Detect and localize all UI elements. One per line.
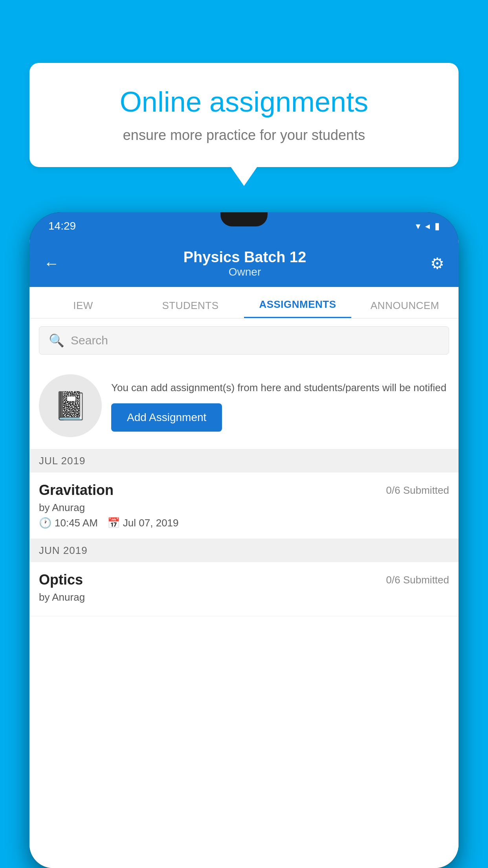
- meta-time-gravitation: 🕐 10:45 AM: [39, 517, 98, 529]
- notebook-icon: 📓: [53, 390, 88, 422]
- settings-icon[interactable]: ⚙: [430, 254, 444, 272]
- assignment-row1: Gravitation 0/6 Submitted: [39, 482, 449, 498]
- clock-icon: 🕐: [39, 517, 51, 529]
- header-title-area: Physics Batch 12 Owner: [59, 249, 430, 278]
- assignment-meta-gravitation: 🕐 10:45 AM 📅 Jul 07, 2019: [39, 517, 449, 529]
- assignment-by-optics: by Anurag: [39, 591, 449, 603]
- assignment-item-optics[interactable]: Optics 0/6 Submitted by Anurag: [29, 562, 459, 616]
- search-icon: 🔍: [49, 333, 64, 348]
- assignment-date-gravitation: Jul 07, 2019: [123, 517, 179, 529]
- assignment-submitted-optics: 0/6 Submitted: [386, 574, 449, 586]
- signal-icon: ◂: [425, 221, 430, 232]
- phone-frame: 14:29 ▾ ◂ ▮ ← Physics Batch 12 Owner ⚙ I…: [29, 212, 459, 868]
- assignment-title-optics: Optics: [39, 572, 83, 588]
- meta-date-gravitation: 📅 Jul 07, 2019: [107, 517, 179, 529]
- back-button[interactable]: ←: [44, 255, 59, 272]
- assignment-submitted-gravitation: 0/6 Submitted: [386, 484, 449, 497]
- speech-bubble: Online assignments ensure more practice …: [29, 63, 459, 167]
- status-time: 14:29: [48, 220, 76, 232]
- notch: [220, 212, 268, 226]
- assignment-item-gravitation[interactable]: Gravitation 0/6 Submitted by Anurag 🕐 10…: [29, 473, 459, 539]
- assignment-time-gravitation: 10:45 AM: [55, 517, 98, 529]
- assignment-row1-optics: Optics 0/6 Submitted: [39, 572, 449, 588]
- tab-bar: IEW STUDENTS ASSIGNMENTS ANNOUNCEM: [29, 287, 459, 318]
- month-separator-jul: JUL 2019: [29, 449, 459, 473]
- promo-text-area: You can add assignment(s) from here and …: [111, 380, 449, 432]
- assignment-title-gravitation: Gravitation: [39, 482, 114, 498]
- promo-section: 📓 You can add assignment(s) from here an…: [29, 362, 459, 449]
- phone-screen: ← Physics Batch 12 Owner ⚙ IEW STUDENTS …: [29, 240, 459, 868]
- tab-iew[interactable]: IEW: [29, 300, 137, 318]
- promo-icon-circle: 📓: [39, 374, 102, 437]
- speech-bubble-title: Online assignments: [57, 86, 431, 118]
- speech-bubble-container: Online assignments ensure more practice …: [29, 63, 459, 167]
- speech-bubble-subtitle: ensure more practice for your students: [57, 127, 431, 143]
- app-header: ← Physics Batch 12 Owner ⚙: [29, 240, 459, 287]
- search-bar[interactable]: 🔍 Search: [39, 326, 449, 355]
- status-bar: 14:29 ▾ ◂ ▮: [29, 212, 459, 240]
- header-subtitle: Owner: [59, 266, 430, 278]
- assignment-by-gravitation: by Anurag: [39, 502, 449, 514]
- tab-students[interactable]: STUDENTS: [137, 300, 244, 318]
- header-title: Physics Batch 12: [59, 249, 430, 266]
- tab-assignments[interactable]: ASSIGNMENTS: [244, 298, 351, 318]
- calendar-icon: 📅: [107, 517, 120, 529]
- app-content: 🔍 Search 📓 You can add assignment(s) fro…: [29, 318, 459, 868]
- status-icons: ▾ ◂ ▮: [416, 221, 440, 232]
- tab-announcements[interactable]: ANNOUNCEM: [351, 300, 459, 318]
- battery-icon: ▮: [435, 221, 440, 232]
- wifi-icon: ▾: [416, 221, 420, 232]
- month-separator-jun: JUN 2019: [29, 539, 459, 562]
- search-bar-container: 🔍 Search: [29, 318, 459, 362]
- add-assignment-button[interactable]: Add Assignment: [111, 403, 222, 432]
- search-placeholder: Search: [71, 334, 108, 347]
- promo-description: You can add assignment(s) from here and …: [111, 380, 449, 395]
